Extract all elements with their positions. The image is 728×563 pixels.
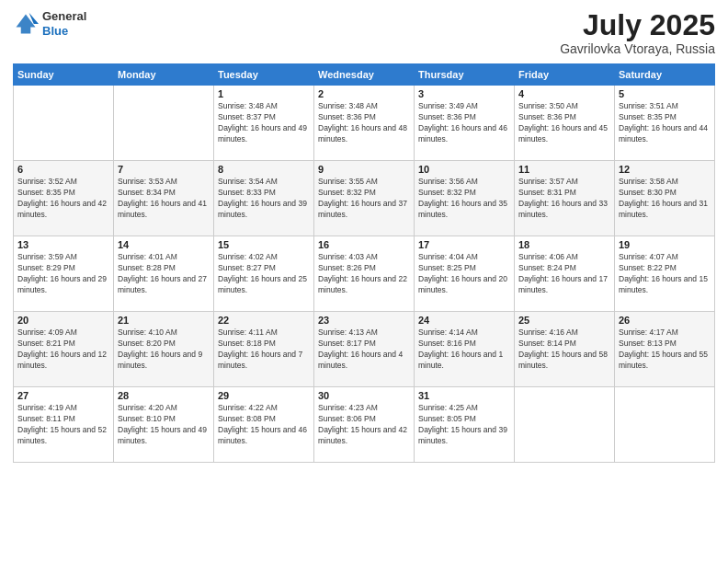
calendar-cell — [615, 387, 715, 463]
calendar-cell: 1Sunrise: 3:48 AMSunset: 8:37 PMDaylight… — [214, 86, 314, 161]
header-row: SundayMondayTuesdayWednesdayThursdayFrid… — [14, 64, 715, 86]
calendar-cell: 2Sunrise: 3:48 AMSunset: 8:36 PMDaylight… — [314, 86, 415, 161]
calendar-cell: 29Sunrise: 4:22 AMSunset: 8:08 PMDayligh… — [214, 387, 314, 463]
calendar-cell: 7Sunrise: 3:53 AMSunset: 8:34 PMDaylight… — [114, 161, 214, 236]
calendar-cell — [114, 86, 214, 161]
day-number: 4 — [518, 88, 610, 99]
calendar-week: 27Sunrise: 4:19 AMSunset: 8:11 PMDayligh… — [14, 387, 715, 463]
day-number: 1 — [218, 88, 310, 99]
day-number: 5 — [619, 88, 711, 99]
day-number: 26 — [619, 315, 711, 326]
calendar-cell: 14Sunrise: 4:01 AMSunset: 8:28 PMDayligh… — [114, 236, 214, 312]
calendar-cell — [515, 387, 615, 463]
logo: General Blue — [13, 9, 86, 38]
calendar-table: SundayMondayTuesdayWednesdayThursdayFrid… — [13, 63, 715, 463]
cell-details: Sunrise: 4:09 AMSunset: 8:21 PMDaylight:… — [17, 327, 109, 372]
calendar-cell: 16Sunrise: 4:03 AMSunset: 8:26 PMDayligh… — [314, 236, 415, 312]
weekday-header: Tuesday — [214, 64, 314, 86]
calendar-cell: 20Sunrise: 4:09 AMSunset: 8:21 PMDayligh… — [14, 312, 114, 387]
cell-details: Sunrise: 4:22 AMSunset: 8:08 PMDaylight:… — [218, 403, 310, 447]
day-number: 31 — [418, 390, 510, 401]
cell-details: Sunrise: 4:04 AMSunset: 8:25 PMDaylight:… — [418, 252, 510, 296]
day-number: 25 — [518, 315, 610, 326]
cell-details: Sunrise: 4:17 AMSunset: 8:13 PMDaylight:… — [619, 327, 711, 372]
calendar-cell: 22Sunrise: 4:11 AMSunset: 8:18 PMDayligh… — [214, 312, 314, 387]
header: General Blue July 2025 Gavrilovka Vtoray… — [13, 9, 715, 56]
day-number: 19 — [619, 239, 711, 250]
day-number: 28 — [118, 390, 210, 401]
cell-details: Sunrise: 3:49 AMSunset: 8:36 PMDaylight:… — [418, 101, 510, 145]
calendar-cell: 30Sunrise: 4:23 AMSunset: 8:06 PMDayligh… — [314, 387, 415, 463]
month-title: July 2025 — [560, 9, 715, 41]
day-number: 15 — [218, 239, 310, 250]
calendar-cell: 13Sunrise: 3:59 AMSunset: 8:29 PMDayligh… — [14, 236, 114, 312]
cell-details: Sunrise: 3:56 AMSunset: 8:32 PMDaylight:… — [418, 177, 510, 221]
calendar-cell — [14, 86, 114, 161]
day-number: 14 — [118, 239, 210, 250]
calendar-week: 6Sunrise: 3:52 AMSunset: 8:35 PMDaylight… — [14, 161, 715, 236]
cell-details: Sunrise: 4:13 AMSunset: 8:17 PMDaylight:… — [318, 327, 410, 372]
day-number: 30 — [318, 390, 410, 401]
cell-details: Sunrise: 4:06 AMSunset: 8:24 PMDaylight:… — [518, 252, 610, 296]
day-number: 29 — [218, 390, 310, 401]
day-number: 16 — [318, 239, 410, 250]
cell-details: Sunrise: 3:58 AMSunset: 8:30 PMDaylight:… — [619, 177, 711, 221]
calendar-week: 1Sunrise: 3:48 AMSunset: 8:37 PMDaylight… — [14, 86, 715, 161]
cell-details: Sunrise: 4:16 AMSunset: 8:14 PMDaylight:… — [518, 327, 610, 372]
cell-details: Sunrise: 4:10 AMSunset: 8:20 PMDaylight:… — [118, 327, 210, 372]
day-number: 18 — [518, 239, 610, 250]
calendar-cell: 6Sunrise: 3:52 AMSunset: 8:35 PMDaylight… — [14, 161, 114, 236]
calendar-cell: 5Sunrise: 3:51 AMSunset: 8:35 PMDaylight… — [615, 86, 715, 161]
cell-details: Sunrise: 4:14 AMSunset: 8:16 PMDaylight:… — [418, 327, 510, 372]
cell-details: Sunrise: 3:54 AMSunset: 8:33 PMDaylight:… — [218, 177, 310, 221]
cell-details: Sunrise: 3:55 AMSunset: 8:32 PMDaylight:… — [318, 177, 410, 221]
calendar-cell: 10Sunrise: 3:56 AMSunset: 8:32 PMDayligh… — [415, 161, 515, 236]
calendar-cell: 18Sunrise: 4:06 AMSunset: 8:24 PMDayligh… — [515, 236, 615, 312]
cell-details: Sunrise: 3:48 AMSunset: 8:36 PMDaylight:… — [318, 101, 410, 145]
day-number: 3 — [418, 88, 510, 99]
calendar-cell: 26Sunrise: 4:17 AMSunset: 8:13 PMDayligh… — [615, 312, 715, 387]
weekday-header: Monday — [114, 64, 214, 86]
weekday-header: Saturday — [615, 64, 715, 86]
day-number: 27 — [17, 390, 109, 401]
title-block: July 2025 Gavrilovka Vtoraya, Russia — [560, 9, 715, 56]
logo-blue: Blue — [42, 24, 68, 38]
calendar-cell: 15Sunrise: 4:02 AMSunset: 8:27 PMDayligh… — [214, 236, 314, 312]
day-number: 9 — [318, 164, 410, 175]
calendar-cell: 25Sunrise: 4:16 AMSunset: 8:14 PMDayligh… — [515, 312, 615, 387]
calendar-cell: 21Sunrise: 4:10 AMSunset: 8:20 PMDayligh… — [114, 312, 214, 387]
day-number: 10 — [418, 164, 510, 175]
weekday-header: Sunday — [14, 64, 114, 86]
day-number: 8 — [218, 164, 310, 175]
calendar-week: 20Sunrise: 4:09 AMSunset: 8:21 PMDayligh… — [14, 312, 715, 387]
calendar-cell: 12Sunrise: 3:58 AMSunset: 8:30 PMDayligh… — [615, 161, 715, 236]
day-number: 11 — [518, 164, 610, 175]
calendar-cell: 4Sunrise: 3:50 AMSunset: 8:36 PMDaylight… — [515, 86, 615, 161]
calendar-cell: 31Sunrise: 4:25 AMSunset: 8:05 PMDayligh… — [415, 387, 515, 463]
calendar-week: 13Sunrise: 3:59 AMSunset: 8:29 PMDayligh… — [14, 236, 715, 312]
calendar-cell: 9Sunrise: 3:55 AMSunset: 8:32 PMDaylight… — [314, 161, 415, 236]
day-number: 7 — [118, 164, 210, 175]
calendar-cell: 24Sunrise: 4:14 AMSunset: 8:16 PMDayligh… — [415, 312, 515, 387]
calendar-cell: 28Sunrise: 4:20 AMSunset: 8:10 PMDayligh… — [114, 387, 214, 463]
cell-details: Sunrise: 3:53 AMSunset: 8:34 PMDaylight:… — [118, 177, 210, 221]
cell-details: Sunrise: 3:50 AMSunset: 8:36 PMDaylight:… — [518, 101, 610, 145]
cell-details: Sunrise: 4:11 AMSunset: 8:18 PMDaylight:… — [218, 327, 310, 372]
calendar-cell: 8Sunrise: 3:54 AMSunset: 8:33 PMDaylight… — [214, 161, 314, 236]
cell-details: Sunrise: 4:25 AMSunset: 8:05 PMDaylight:… — [418, 403, 510, 447]
calendar-cell: 23Sunrise: 4:13 AMSunset: 8:17 PMDayligh… — [314, 312, 415, 387]
day-number: 23 — [318, 315, 410, 326]
weekday-header: Friday — [515, 64, 615, 86]
location-title: Gavrilovka Vtoraya, Russia — [560, 41, 715, 56]
calendar-cell: 27Sunrise: 4:19 AMSunset: 8:11 PMDayligh… — [14, 387, 114, 463]
calendar-cell: 3Sunrise: 3:49 AMSunset: 8:36 PMDaylight… — [415, 86, 515, 161]
weekday-header: Wednesday — [314, 64, 415, 86]
weekday-header: Thursday — [415, 64, 515, 86]
cell-details: Sunrise: 3:51 AMSunset: 8:35 PMDaylight:… — [619, 101, 711, 145]
calendar-cell: 17Sunrise: 4:04 AMSunset: 8:25 PMDayligh… — [415, 236, 515, 312]
day-number: 24 — [418, 315, 510, 326]
cell-details: Sunrise: 3:52 AMSunset: 8:35 PMDaylight:… — [17, 177, 109, 221]
cell-details: Sunrise: 4:07 AMSunset: 8:22 PMDaylight:… — [619, 252, 711, 296]
cell-details: Sunrise: 4:02 AMSunset: 8:27 PMDaylight:… — [218, 252, 310, 296]
day-number: 6 — [17, 164, 109, 175]
